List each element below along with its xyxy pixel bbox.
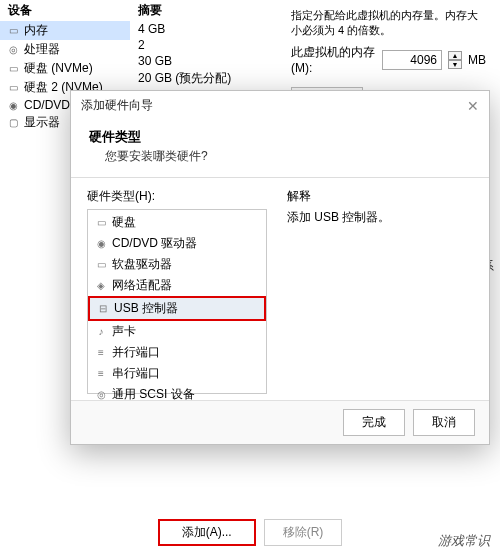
cancel-button[interactable]: 取消 xyxy=(413,409,475,436)
mem-spin-down[interactable]: ▼ xyxy=(448,60,462,69)
hw-type-icon: ⊟ xyxy=(96,302,110,316)
mem-spin-up[interactable]: ▲ xyxy=(448,51,462,60)
memory-desc: 指定分配给此虚拟机的内存量。内存大小必须为 4 的倍数。 xyxy=(291,8,486,38)
hw-row[interactable]: ▭内存 xyxy=(0,21,130,40)
hw-type-icon: ◈ xyxy=(94,279,108,293)
hw-type-label: 软盘驱动器 xyxy=(112,256,172,273)
hw-type-item[interactable]: ♪声卡 xyxy=(88,321,266,342)
hw-type-item[interactable]: ◉CD/DVD 驱动器 xyxy=(88,233,266,254)
hw-type-label: 硬件类型(H): xyxy=(87,188,267,205)
hw-type-item[interactable]: ▭硬盘 xyxy=(88,212,266,233)
devices-header: 设备 xyxy=(0,0,130,21)
hw-type-label: 硬盘 xyxy=(112,214,136,231)
hw-icon: ◉ xyxy=(6,98,20,112)
wizard-subheading: 您要安装哪类硬件? xyxy=(105,148,471,165)
hw-type-label: USB 控制器 xyxy=(114,300,178,317)
hw-type-item[interactable]: ⊟USB 控制器 xyxy=(88,296,266,321)
memory-unit: MB xyxy=(468,53,486,67)
hw-type-label: 网络适配器 xyxy=(112,277,172,294)
hw-type-icon: ♪ xyxy=(94,325,108,339)
hw-icon: ▭ xyxy=(6,62,20,76)
hw-name: 处理器 xyxy=(24,41,60,58)
explain-label: 解释 xyxy=(287,188,473,205)
hw-icon: ◎ xyxy=(6,43,20,57)
hw-type-icon: ≡ xyxy=(94,346,108,360)
memory-input[interactable] xyxy=(382,50,442,70)
hw-type-label: 并行端口 xyxy=(112,344,160,361)
hw-type-icon: ▭ xyxy=(94,258,108,272)
hw-icon: ▢ xyxy=(6,116,20,130)
hw-type-icon: ≡ xyxy=(94,367,108,381)
hw-type-icon: ◉ xyxy=(94,237,108,251)
wizard-heading: 硬件类型 xyxy=(89,128,471,146)
close-icon[interactable]: ✕ xyxy=(467,98,479,114)
memory-label: 此虚拟机的内存(M): xyxy=(291,44,376,75)
add-hardware-wizard: 添加硬件向导 ✕ 硬件类型 您要安装哪类硬件? 硬件类型(H): ▭硬盘◉CD/… xyxy=(70,90,490,445)
hw-name: 显示器 xyxy=(24,114,60,131)
hw-icon: ▭ xyxy=(6,81,20,95)
finish-button[interactable]: 完成 xyxy=(343,409,405,436)
wizard-title: 添加硬件向导 xyxy=(81,97,153,114)
hw-type-label: CD/DVD 驱动器 xyxy=(112,235,197,252)
hw-type-label: 声卡 xyxy=(112,323,136,340)
hw-name: 内存 xyxy=(24,22,48,39)
hw-type-label: 串行端口 xyxy=(112,365,160,382)
watermark: 游戏常识 xyxy=(438,532,490,550)
add-button[interactable]: 添加(A)... xyxy=(158,519,256,546)
hw-icon: ▭ xyxy=(6,24,20,38)
remove-button[interactable]: 移除(R) xyxy=(264,519,343,546)
hw-type-item[interactable]: ◈网络适配器 xyxy=(88,275,266,296)
hw-type-item[interactable]: ▭软盘驱动器 xyxy=(88,254,266,275)
hw-type-list[interactable]: ▭硬盘◉CD/DVD 驱动器▭软盘驱动器◈网络适配器⊟USB 控制器♪声卡≡并行… xyxy=(87,209,267,394)
hw-type-item[interactable]: ≡串行端口 xyxy=(88,363,266,384)
hw-type-item[interactable]: ≡并行端口 xyxy=(88,342,266,363)
hw-row[interactable]: ◎处理器 xyxy=(0,40,130,59)
explain-text: 添加 USB 控制器。 xyxy=(287,209,473,226)
hw-name: 硬盘 (NVMe) xyxy=(24,60,93,77)
hw-row[interactable]: ▭硬盘 (NVMe) xyxy=(0,59,130,78)
hw-type-icon: ▭ xyxy=(94,216,108,230)
